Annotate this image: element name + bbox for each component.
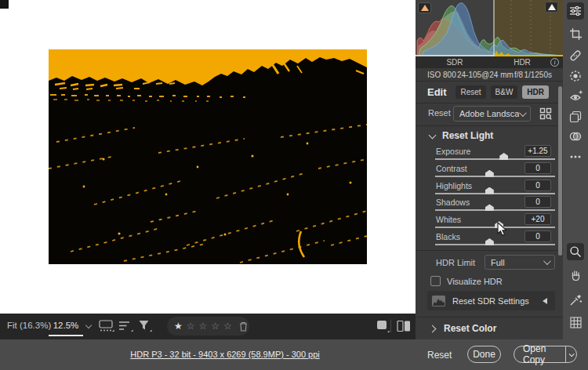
filmstrip-toggle-button[interactable] [99, 319, 114, 335]
chevron-down-icon [519, 109, 527, 117]
hand-tool[interactable] [567, 267, 584, 284]
exif-info-row: ISO 800 24-105@24 mm f/8 1/1250s [416, 68, 563, 82]
chevron-down-icon [543, 257, 551, 265]
slider-value[interactable]: 0 [524, 180, 551, 191]
bandaid-icon [569, 49, 582, 62]
star-1[interactable]: ★ [174, 321, 183, 331]
divider [416, 125, 563, 126]
iso-value: ISO 800 [427, 71, 456, 79]
reset-sdr-button[interactable]: Reset SDR Settings [427, 291, 555, 310]
slider-thumb[interactable] [485, 170, 494, 177]
reject-trash-button[interactable] [239, 321, 248, 332]
white-balance-tool[interactable] [567, 292, 584, 309]
open-copy-button[interactable]: Open Copy [514, 346, 577, 363]
crop-icon [570, 28, 582, 40]
sdr-thumbnail-icon [432, 296, 445, 307]
slider-whites: Whites +20 [416, 214, 563, 231]
edit-tool[interactable] [567, 2, 584, 20]
image-canvas[interactable] [0, 0, 416, 314]
edit-header-row: Edit Reset B&W HDR [416, 83, 563, 102]
presets-tool[interactable] [567, 108, 584, 125]
bw-button[interactable]: B&W [491, 85, 518, 99]
trash-icon [239, 321, 248, 332]
star-3[interactable]: ☆ [199, 321, 208, 331]
profile-select[interactable]: Adobe Landscape [453, 106, 531, 122]
slider-thumb[interactable] [485, 238, 494, 245]
filter-button[interactable] [138, 319, 152, 335]
slider-value[interactable]: +20 [524, 213, 551, 225]
red-eye-tool[interactable] [567, 88, 584, 105]
grid-tool[interactable] [567, 314, 584, 331]
zoom-level-button[interactable]: 12.5% [51, 321, 81, 330]
open-copy-menu-button[interactable] [566, 353, 576, 357]
ellipsis-icon [569, 154, 582, 159]
edit-panel: SDR HDR i ISO 800 24-105@24 mm f/8 1/125… [416, 0, 563, 339]
chevron-down-icon [569, 351, 575, 357]
slider-thumb[interactable] [495, 221, 503, 228]
collapse-left-icon [543, 298, 547, 304]
highlight-clipping-icon [548, 4, 556, 10]
preview-toggle-button[interactable] [376, 320, 390, 335]
star-2[interactable]: ☆ [187, 321, 195, 331]
profile-reset-label[interactable]: Reset [428, 108, 451, 118]
file-info-link[interactable]: HDR P3 - 32 bit - 9403 x 6269 (58.9MP) -… [130, 350, 320, 359]
star-5[interactable]: ☆ [223, 321, 232, 331]
profile-browser-icon[interactable] [539, 107, 552, 122]
highlight-clipping-indicator[interactable] [545, 2, 558, 13]
photo-preview[interactable] [49, 49, 367, 264]
overlapping-circles-icon [569, 130, 582, 143]
divider [416, 103, 563, 103]
slider-track[interactable] [435, 209, 555, 211]
sort-order-button[interactable] [118, 319, 133, 335]
light-section-header[interactable]: Reset Light [416, 128, 563, 143]
lens-value: 24-105@24 mm [457, 71, 514, 79]
snapshots-tool[interactable] [567, 128, 584, 145]
info-icon[interactable]: i [550, 58, 559, 67]
hdr-button[interactable]: HDR [522, 85, 549, 99]
done-button[interactable]: Done [467, 346, 501, 363]
slider-blacks: Blacks 0 [416, 231, 563, 248]
slider-label: Whites [436, 215, 461, 224]
view-toolbar: Fit (16.3%) 12.5% [0, 314, 416, 339]
slider-value[interactable]: 0 [524, 162, 551, 174]
slider-track[interactable] [435, 176, 555, 177]
masking-tool[interactable] [567, 67, 584, 85]
light-sliders: Exposure +1.25 Contrast 0 Highlights 0 S… [416, 146, 563, 248]
slider-value[interactable]: 0 [524, 230, 551, 242]
fit-zoom-button[interactable]: Fit (16.3%) [7, 321, 51, 330]
slider-value[interactable]: +1.25 [524, 145, 551, 157]
slider-track[interactable] [435, 158, 555, 160]
heal-tool[interactable] [567, 47, 584, 64]
panel-scrollbar[interactable] [558, 86, 562, 256]
before-after-icon [397, 320, 411, 332]
more-tools[interactable] [567, 148, 584, 165]
before-after-button[interactable] [397, 320, 411, 334]
filmstrip-icon [99, 319, 114, 333]
light-section-title: Reset Light [442, 130, 493, 141]
slider-thumb[interactable] [485, 187, 494, 194]
color-section-header[interactable]: Reset Color [416, 317, 563, 339]
zoom-menu-chevron-icon[interactable] [85, 322, 92, 328]
zoom-tool[interactable] [567, 243, 584, 260]
slider-track[interactable] [435, 244, 555, 245]
slider-track[interactable] [435, 193, 555, 194]
edit-mode-buttons: Reset B&W HDR [456, 85, 549, 99]
crop-tool[interactable] [567, 25, 584, 42]
slider-exposure: Exposure +1.25 [416, 146, 563, 163]
reset-all-button[interactable]: Reset [427, 350, 452, 361]
hdr-limit-select[interactable]: Full [485, 255, 555, 270]
star-4[interactable]: ☆ [211, 321, 220, 331]
slider-track[interactable] [435, 227, 555, 228]
star-rating-control: ★ ☆ ☆ ☆ ☆ [167, 317, 249, 336]
hdr-limit-label: HDR Limit [436, 258, 475, 267]
sort-lines-icon [118, 319, 133, 333]
slider-thumb[interactable] [499, 153, 508, 160]
shadow-clipping-indicator[interactable] [418, 2, 431, 13]
toolbar-divider [390, 320, 391, 332]
slider-thumb[interactable] [485, 204, 494, 211]
histogram[interactable] [416, 0, 563, 56]
visualize-hdr-checkbox[interactable] [430, 276, 441, 286]
open-copy-label[interactable]: Open Copy [514, 343, 565, 365]
reset-edit-button[interactable]: Reset [456, 85, 485, 99]
slider-value[interactable]: 0 [524, 196, 551, 208]
